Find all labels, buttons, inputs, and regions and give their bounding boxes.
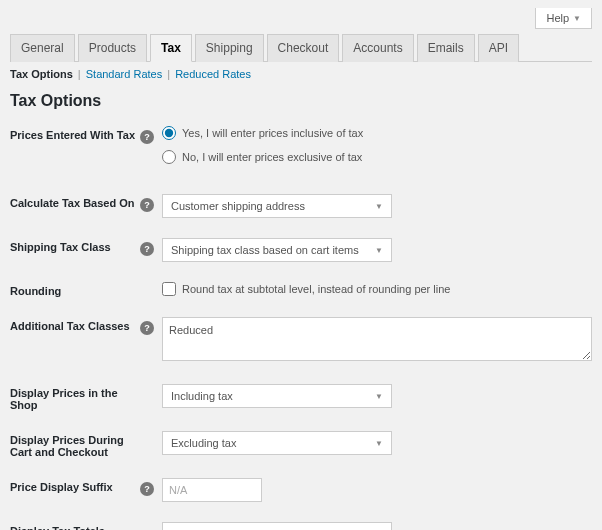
chevron-down-icon: ▼ — [375, 202, 383, 211]
tab-general[interactable]: General — [10, 34, 75, 62]
label-prices-entered: Prices Entered With Tax — [10, 126, 140, 141]
radio-inclusive-label: Yes, I will enter prices inclusive of ta… — [182, 127, 363, 139]
select-calculate-on-value: Customer shipping address — [171, 200, 305, 212]
checkbox-rounding[interactable]: Round tax at subtotal level, instead of … — [162, 282, 592, 296]
tab-tax[interactable]: Tax — [150, 34, 192, 62]
radio-exclusive-input[interactable] — [162, 150, 176, 164]
radio-inclusive[interactable]: Yes, I will enter prices inclusive of ta… — [162, 126, 592, 140]
help-icon[interactable]: ? — [140, 482, 154, 496]
tab-accounts[interactable]: Accounts — [342, 34, 413, 62]
help-icon[interactable]: ? — [140, 321, 154, 335]
help-icon[interactable]: ? — [140, 198, 154, 212]
nav-tabs: General Products Tax Shipping Checkout A… — [10, 33, 592, 62]
select-display-shop-value: Including tax — [171, 390, 233, 402]
select-display-shop[interactable]: Including tax ▼ — [162, 384, 392, 408]
label-display-shop: Display Prices in the Shop — [10, 384, 140, 411]
label-calculate-on: Calculate Tax Based On — [10, 194, 140, 209]
subnav-tax-options[interactable]: Tax Options — [10, 68, 73, 80]
label-rounding: Rounding — [10, 282, 140, 297]
tab-products[interactable]: Products — [78, 34, 147, 62]
radio-inclusive-input[interactable] — [162, 126, 176, 140]
label-display-cart: Display Prices During Cart and Checkout — [10, 431, 140, 458]
select-shipping-class[interactable]: Shipping tax class based on cart items ▼ — [162, 238, 392, 262]
chevron-down-icon: ▼ — [375, 439, 383, 448]
radio-exclusive[interactable]: No, I will enter prices exclusive of tax — [162, 150, 592, 164]
select-totals[interactable]: Itemized ▼ — [162, 522, 392, 530]
sub-navigation: Tax Options | Standard Rates | Reduced R… — [10, 68, 592, 80]
chevron-down-icon: ▼ — [573, 14, 581, 23]
label-suffix: Price Display Suffix — [10, 478, 140, 493]
label-totals: Display Tax Totals — [10, 522, 140, 530]
subnav-reduced-rates[interactable]: Reduced Rates — [175, 68, 251, 80]
help-label: Help — [546, 12, 569, 24]
subnav-standard-rates[interactable]: Standard Rates — [86, 68, 162, 80]
select-display-cart-value: Excluding tax — [171, 437, 236, 449]
page-title: Tax Options — [10, 92, 592, 110]
select-calculate-on[interactable]: Customer shipping address ▼ — [162, 194, 392, 218]
textarea-additional-classes[interactable] — [162, 317, 592, 361]
help-icon[interactable]: ? — [140, 130, 154, 144]
label-additional-classes: Additional Tax Classes — [10, 317, 140, 332]
radio-exclusive-label: No, I will enter prices exclusive of tax — [182, 151, 362, 163]
help-tab[interactable]: Help ▼ — [535, 8, 592, 29]
tab-emails[interactable]: Emails — [417, 34, 475, 62]
tab-checkout[interactable]: Checkout — [267, 34, 340, 62]
label-shipping-class: Shipping Tax Class — [10, 238, 140, 253]
tab-api[interactable]: API — [478, 34, 519, 62]
select-display-cart[interactable]: Excluding tax ▼ — [162, 431, 392, 455]
tab-shipping[interactable]: Shipping — [195, 34, 264, 62]
help-icon[interactable]: ? — [140, 242, 154, 256]
chevron-down-icon: ▼ — [375, 246, 383, 255]
checkbox-rounding-label: Round tax at subtotal level, instead of … — [182, 283, 450, 295]
checkbox-rounding-input[interactable] — [162, 282, 176, 296]
input-suffix[interactable] — [162, 478, 262, 502]
select-shipping-class-value: Shipping tax class based on cart items — [171, 244, 359, 256]
chevron-down-icon: ▼ — [375, 392, 383, 401]
